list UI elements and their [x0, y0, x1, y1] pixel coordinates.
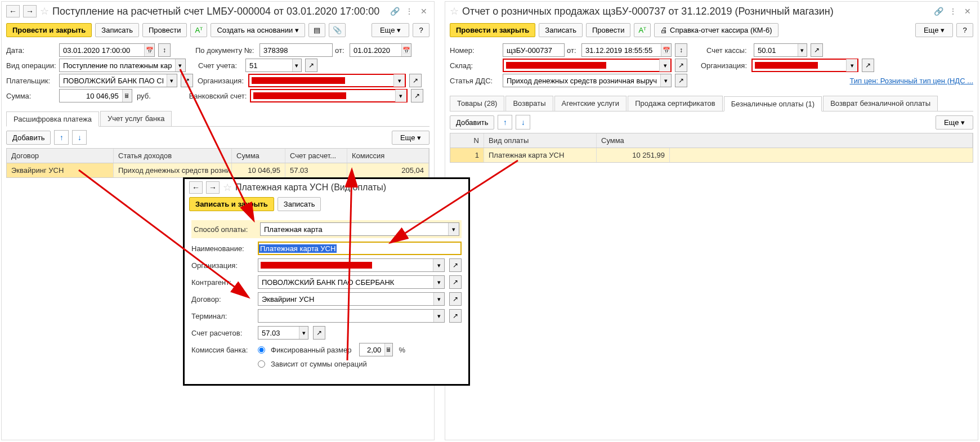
help-button[interactable]: ? — [413, 23, 429, 37]
close-icon[interactable]: ✕ — [962, 6, 973, 17]
tab-decode[interactable]: Расшифровка платежа — [6, 111, 99, 127]
sum-input[interactable]: 🖩 — [59, 89, 132, 102]
dropdown-icon[interactable]: ▾ — [659, 59, 670, 72]
dropdown-icon[interactable]: ▾ — [433, 276, 444, 288]
open-ref[interactable]: ↗ — [449, 258, 462, 272]
favorite-icon[interactable]: ☆ — [223, 181, 232, 194]
payer-input[interactable]: ▾ — [59, 74, 177, 87]
date-stepper[interactable]: ↕ — [675, 43, 687, 57]
more-button[interactable]: Еще ▾ — [392, 131, 429, 145]
col-settle[interactable]: Счет расчет... — [285, 149, 347, 163]
save-button[interactable]: Записать — [95, 23, 139, 37]
cell-commission[interactable]: 205,04 — [347, 163, 429, 177]
cell-amount[interactable]: 10 046,95 — [232, 163, 285, 177]
depends-radio[interactable] — [258, 360, 265, 368]
save-close-button[interactable]: Записать и закрыть — [189, 197, 274, 211]
post-button[interactable]: Провести — [142, 23, 187, 37]
dropdown-icon[interactable]: ▾ — [393, 74, 405, 87]
forward-button[interactable]: → — [206, 181, 220, 194]
help-button[interactable]: ? — [956, 23, 973, 37]
dropdown-icon[interactable]: ▾ — [175, 59, 185, 72]
cell-income[interactable]: Приход денежных средств розни... — [114, 163, 232, 177]
add-button[interactable]: Добавить — [6, 131, 51, 145]
dtkt-icon[interactable]: Аᵀ — [634, 23, 651, 37]
cashacc-input[interactable]: ▾ — [754, 43, 807, 57]
fixed-radio[interactable] — [258, 346, 265, 354]
cell-settle[interactable]: 57.03 — [285, 163, 347, 177]
terminal-input[interactable]: ▾ — [258, 309, 445, 323]
method-input[interactable]: ▾ — [260, 222, 459, 236]
link-icon[interactable]: 🔗 — [933, 6, 944, 17]
from-input[interactable]: 📅 — [581, 43, 672, 57]
calc-icon[interactable]: 🖩 — [122, 90, 132, 102]
more-icon[interactable]: ⋮ — [404, 6, 415, 17]
open-ref[interactable]: ↗ — [449, 309, 462, 323]
number-input[interactable] — [503, 43, 565, 57]
dropdown-icon[interactable]: ▾ — [660, 74, 671, 87]
more-button[interactable]: Еще ▾ — [372, 23, 409, 37]
docno-input[interactable] — [259, 43, 333, 57]
dropdown-icon[interactable]: ▾ — [167, 74, 177, 87]
open-ref[interactable]: ↗ — [409, 74, 422, 87]
post-close-button[interactable]: Провести и закрыть — [6, 23, 92, 37]
tab-retcashless[interactable]: Возврат безналичной оплаты — [823, 96, 938, 111]
name-input[interactable]: Платежная карта УСН — [258, 242, 462, 255]
calc-icon[interactable]: 🖩 — [384, 343, 392, 356]
print-report-button[interactable]: 🖨 Справка-отчет кассира (КМ-6) — [654, 23, 778, 37]
dropdown-icon[interactable]: ▾ — [798, 44, 807, 56]
more-icon[interactable]: ⋮ — [947, 6, 959, 17]
attach-icon[interactable]: 📎 — [329, 23, 346, 37]
tab-agent[interactable]: Агентские услуги — [554, 96, 627, 111]
dropdown-icon[interactable]: ▾ — [292, 59, 301, 72]
cell-contract[interactable]: Эквайринг УСН — [7, 163, 114, 177]
open-ref[interactable]: ↗ — [675, 59, 687, 72]
from-input[interactable]: 📅 — [350, 43, 411, 57]
dropdown-icon[interactable]: ▾ — [299, 327, 308, 339]
close-icon[interactable]: ✕ — [418, 6, 429, 17]
files-icon[interactable]: ▤ — [308, 23, 325, 37]
more-button[interactable]: Еще ▾ — [915, 23, 953, 37]
cell-paytype[interactable]: Платежная карта УСН — [484, 148, 597, 162]
add-button[interactable]: Добавить — [450, 115, 494, 130]
open-ref[interactable]: ↗ — [675, 74, 687, 87]
col-paytype[interactable]: Вид оплаты — [484, 133, 597, 148]
tab-cashless[interactable]: Безналичные оплаты (1) — [724, 96, 822, 111]
table-row[interactable]: Эквайринг УСН Приход денежных средств ро… — [7, 163, 429, 177]
org-input[interactable]: ▾ — [751, 59, 858, 72]
tab-services[interactable]: Учет услуг банка — [100, 111, 172, 126]
link-icon[interactable]: 🔗 — [389, 6, 400, 17]
dropdown-icon[interactable]: ▾ — [433, 293, 444, 305]
calendar-icon[interactable]: 📅 — [144, 44, 154, 56]
cell-n[interactable]: 1 — [450, 148, 484, 162]
dropdown-icon[interactable]: ▾ — [448, 223, 459, 235]
open-ref[interactable]: ↗ — [862, 59, 874, 72]
tab-certs[interactable]: Продажа сертификатов — [628, 96, 723, 111]
back-button[interactable]: ← — [6, 5, 20, 17]
forward-button[interactable]: → — [23, 5, 37, 17]
tab-goods[interactable]: Товары (28) — [450, 96, 504, 111]
org-input[interactable]: ▾ — [258, 258, 445, 272]
col-n[interactable]: N — [450, 133, 484, 148]
post-close-button[interactable]: Провести и закрыть — [450, 23, 535, 37]
col-amount[interactable]: Сумма — [232, 149, 285, 163]
dtkt-icon[interactable]: Аᵀ — [190, 23, 207, 37]
bankacc-input[interactable]: ▾ — [250, 89, 408, 102]
tab-returns[interactable]: Возвраты — [505, 96, 553, 111]
move-down-icon[interactable]: ↓ — [72, 130, 87, 145]
col-sum[interactable]: Сумма — [597, 133, 973, 148]
dropdown-icon[interactable]: ▾ — [395, 90, 406, 102]
save-button[interactable]: Записать — [278, 197, 321, 211]
org-input[interactable]: ▾ — [248, 74, 406, 87]
more-button[interactable]: Еще ▾ — [936, 115, 973, 130]
contragent-input[interactable]: ▾ — [258, 275, 445, 289]
favorite-icon[interactable]: ☆ — [40, 5, 49, 17]
dropdown-icon[interactable]: ▾ — [433, 310, 444, 322]
open-ref[interactable]: ↗ — [449, 292, 462, 306]
open-ref[interactable]: ↗ — [313, 326, 325, 340]
col-income[interactable]: Статья доходов — [114, 149, 232, 163]
dds-input[interactable]: ▾ — [503, 74, 672, 87]
post-button[interactable]: Провести — [586, 23, 631, 37]
calendar-icon[interactable]: 📅 — [401, 44, 411, 56]
open-ref[interactable]: ↗ — [811, 43, 823, 57]
open-ref[interactable]: ↗ — [181, 74, 193, 87]
